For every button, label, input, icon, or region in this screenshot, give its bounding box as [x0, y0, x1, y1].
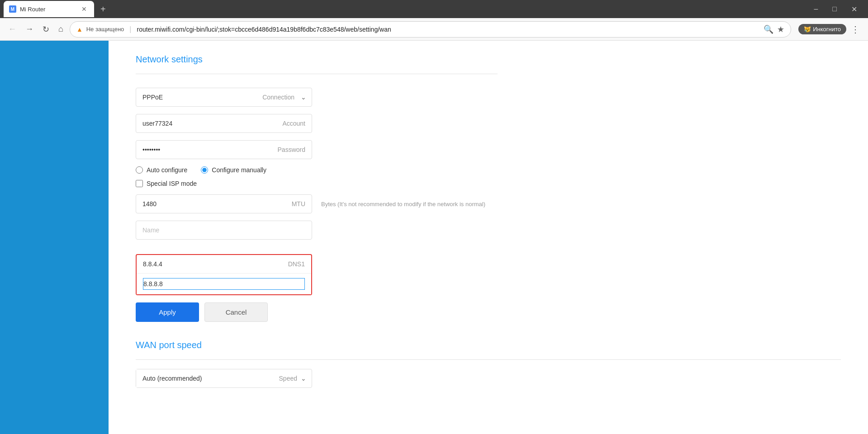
account-field[interactable]: Account — [136, 114, 312, 133]
network-settings-title: Network settings — [136, 54, 498, 65]
menu-button[interactable]: ⋮ — [848, 21, 863, 38]
button-row: Apply Cancel — [136, 302, 498, 322]
window-controls: – □ ✕ — [806, 0, 864, 18]
insecure-label: Не защищено — [86, 26, 124, 33]
account-label: Account — [276, 120, 312, 127]
sidebar — [0, 41, 109, 434]
mtu-label: MTU — [285, 200, 312, 208]
address-input-wrapper[interactable]: ▲ Не защищено | router.miwifi.com/cgi-bi… — [70, 21, 791, 38]
cancel-button[interactable]: Cancel — [204, 302, 268, 322]
auto-configure-option[interactable]: Auto configure — [136, 166, 187, 174]
special-isp-option[interactable]: Special ISP mode — [136, 180, 498, 187]
wan-port-speed-title: WAN port speed — [136, 340, 841, 350]
address-right-icons: 🔍 ★ — [764, 24, 784, 34]
mtu-field[interactable]: MTU — [136, 194, 312, 213]
name-input[interactable] — [136, 221, 312, 240]
connection-type-row: Connection ⌄ — [136, 88, 498, 107]
speed-label: Speed — [275, 375, 301, 382]
auto-configure-radio[interactable] — [136, 166, 143, 174]
dns1-label: DNS1 — [288, 260, 305, 268]
dns-section: DNS1 — [136, 254, 312, 295]
chevron-down-icon: ⌄ — [301, 94, 312, 101]
speed-chevron-icon: ⌄ — [301, 375, 312, 382]
close-window-button[interactable]: ✕ — [844, 0, 864, 18]
wan-divider — [136, 359, 841, 360]
connection-label: Connection — [256, 94, 301, 101]
mtu-input[interactable] — [136, 195, 285, 213]
incognito-label: Инкогнито — [813, 26, 841, 33]
tab-favicon: M — [9, 5, 16, 13]
configure-manually-option[interactable]: Configure manually — [201, 166, 266, 174]
new-tab-button[interactable]: + — [98, 4, 109, 14]
password-field[interactable]: Password — [136, 140, 312, 159]
wan-port-speed-section: WAN port speed Speed ⌄ — [136, 340, 841, 388]
mtu-note: Bytes (It's not recommended to modify if… — [321, 201, 485, 208]
mtu-row: MTU Bytes (It's not recommended to modif… — [136, 194, 498, 213]
tab-close-btn[interactable]: ✕ — [80, 5, 89, 14]
connection-dropdown[interactable]: Connection ⌄ — [136, 88, 312, 107]
address-url[interactable]: router.miwifi.com/cgi-bin/luci/;stok=cbc… — [137, 26, 756, 33]
speed-input[interactable] — [136, 369, 275, 387]
password-label: Password — [271, 146, 312, 153]
password-input[interactable] — [136, 141, 271, 159]
back-button[interactable]: ← — [5, 23, 19, 36]
configure-radio-group: Auto configure Configure manually — [136, 166, 498, 174]
configure-manually-label: Configure manually — [212, 166, 266, 174]
main-layout: Network settings Connection ⌄ Account — [0, 41, 868, 434]
address-bar: ← → ↻ ⌂ ▲ Не защищено | router.miwifi.co… — [0, 18, 868, 41]
configure-manually-radio[interactable] — [201, 166, 208, 174]
password-row: Password — [136, 140, 498, 159]
home-button[interactable]: ⌂ — [56, 23, 66, 36]
maximize-button[interactable]: □ — [825, 0, 844, 18]
reload-button[interactable]: ↻ — [40, 23, 52, 36]
browser-right-icons: 😿 Инкогнито ⋮ — [798, 21, 863, 38]
tab-title: Mi Router — [20, 6, 76, 13]
incognito-icon: 😿 — [804, 26, 811, 33]
dns2-input[interactable] — [143, 278, 305, 290]
forward-button[interactable]: → — [23, 23, 36, 36]
address-separator: | — [129, 25, 131, 33]
dns1-input[interactable] — [143, 260, 288, 268]
special-isp-checkbox[interactable] — [136, 180, 143, 187]
connection-input[interactable] — [136, 88, 256, 106]
section-divider — [136, 74, 498, 74]
content-area: Network settings Connection ⌄ Account — [109, 41, 868, 434]
name-row — [136, 221, 498, 247]
network-settings-section: Network settings Connection ⌄ Account — [136, 54, 498, 322]
insecure-icon: ▲ — [76, 26, 83, 33]
incognito-badge[interactable]: 😿 Инкогнито — [798, 24, 846, 34]
browser-frame: M Mi Router ✕ + – □ ✕ ← → ↻ ⌂ ▲ Не защищ… — [0, 0, 868, 41]
account-row: Account — [136, 114, 498, 133]
auto-configure-label: Auto configure — [147, 166, 187, 174]
minimize-button[interactable]: – — [806, 0, 825, 18]
active-tab[interactable]: M Mi Router ✕ — [4, 1, 94, 17]
apply-button[interactable]: Apply — [136, 302, 199, 322]
search-icon[interactable]: 🔍 — [764, 24, 773, 34]
account-input[interactable] — [136, 114, 276, 132]
speed-dropdown[interactable]: Speed ⌄ — [136, 369, 312, 388]
tab-bar: M Mi Router ✕ + – □ ✕ — [0, 0, 868, 18]
bookmark-icon[interactable]: ★ — [777, 24, 784, 34]
special-isp-label: Special ISP mode — [147, 180, 197, 187]
dns1-field: DNS1 — [137, 255, 311, 274]
dns2-field — [137, 274, 311, 294]
